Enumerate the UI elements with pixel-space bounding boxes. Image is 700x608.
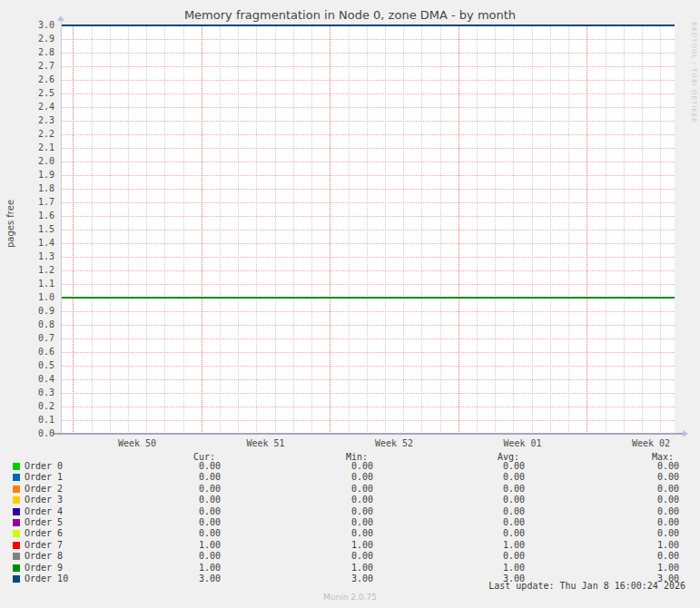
day-gridline (110, 25, 111, 434)
h-gridline (61, 338, 675, 339)
day-gridline (440, 25, 441, 434)
y-tick-label: 2.6 (18, 74, 54, 85)
week-gridline (73, 25, 74, 434)
y-tick-label: 0.7 (18, 333, 54, 344)
legend-swatch-icon (13, 530, 20, 537)
plot-area (61, 25, 675, 434)
y-tick-label: 0.0 (18, 428, 54, 439)
y-tick-label: 0.4 (18, 374, 54, 385)
y-tick-label: 2.5 (18, 88, 54, 99)
day-gridline (532, 25, 533, 434)
h-gridline (61, 148, 675, 149)
legend-row-order-5: Order 50.000.000.000.00 (0, 517, 700, 528)
legend-value: 0.00 (121, 517, 221, 528)
h-gridline (61, 270, 675, 271)
legend-value: 1.00 (579, 563, 679, 574)
legend-value: 0.00 (425, 484, 525, 495)
legend-value: 0.00 (425, 472, 525, 483)
legend-row-order-2: Order 20.000.000.000.00 (0, 484, 700, 495)
legend-value: 0.00 (425, 551, 525, 562)
legend-value: 0.00 (579, 551, 679, 562)
munin-graph: Memory fragmentation in Node 0, zone DMA… (0, 0, 700, 608)
legend-series-name: Order 0 (25, 461, 63, 472)
y-tick-label: 0.3 (18, 387, 54, 398)
legend-swatch-icon (13, 496, 20, 504)
day-gridline (238, 25, 239, 434)
day-gridline (164, 25, 165, 434)
legend-swatch-icon (13, 508, 20, 515)
legend-value: 0.00 (121, 461, 221, 472)
legend-value: 0.00 (121, 472, 221, 483)
day-gridline (403, 25, 404, 434)
legend-value: 1.00 (425, 563, 525, 574)
legend-row-order-9: Order 91.001.001.001.00 (0, 563, 700, 574)
day-gridline (513, 25, 514, 434)
y-tick-label: 0.8 (18, 319, 54, 330)
legend-swatch-icon (13, 463, 20, 470)
legend-value: 1.00 (579, 540, 679, 551)
day-gridline (293, 25, 294, 434)
legend-value: 0.00 (121, 506, 221, 517)
x-axis-line (53, 433, 683, 435)
day-gridline (275, 25, 276, 434)
legend-value: 1.00 (121, 540, 221, 551)
legend-swatch-icon (13, 553, 20, 560)
h-gridline (61, 162, 675, 162)
h-gridline (61, 257, 675, 258)
day-gridline (624, 25, 625, 434)
legend-value: 0.00 (121, 551, 221, 562)
legend-value: 0.00 (273, 461, 373, 472)
y-axis-arrow-icon (57, 15, 64, 21)
legend-value: 1.00 (273, 540, 373, 551)
legend-value: 0.00 (273, 551, 373, 562)
y-tick-label: 2.4 (18, 102, 54, 113)
week-gridline (458, 25, 459, 434)
h-gridline (61, 53, 675, 54)
week-gridline (330, 25, 330, 434)
day-gridline (606, 25, 606, 434)
legend-swatch-icon (13, 542, 20, 549)
y-tick-label: 1.3 (18, 251, 54, 262)
h-gridline (61, 80, 675, 81)
h-gridline (61, 352, 675, 353)
h-gridline (61, 189, 675, 190)
legend-value: 0.00 (579, 528, 679, 539)
day-gridline (367, 25, 368, 434)
h-gridline (61, 216, 675, 217)
day-gridline (146, 25, 147, 434)
y-tick-label: 2.0 (18, 156, 54, 167)
y-tick-label: 1.0 (18, 292, 54, 303)
y-tick-label: 2.2 (18, 129, 54, 140)
last-update-text: Last update: Thu Jan 8 16:00:24 2026 (0, 581, 685, 592)
legend-series-name: Order 3 (25, 495, 63, 505)
h-gridline (61, 66, 675, 67)
y-tick-label: 0.1 (18, 415, 54, 426)
day-gridline (660, 25, 661, 434)
legend-value: 0.00 (579, 472, 679, 483)
h-gridline (61, 325, 675, 326)
legend-row-order-3: Order 30.000.000.000.00 (0, 495, 700, 505)
h-gridline (61, 230, 675, 230)
legend-value: 0.00 (579, 484, 679, 495)
legend-value: 0.00 (121, 484, 221, 495)
legend-value: 0.00 (273, 528, 373, 539)
x-tick-label: Week 50 (101, 438, 173, 449)
h-gridline (61, 420, 675, 421)
h-gridline (61, 311, 675, 312)
day-gridline (220, 25, 221, 434)
legend-value: 0.00 (425, 517, 525, 528)
day-gridline (421, 25, 422, 434)
y-tick-label: 1.8 (18, 183, 54, 194)
legend-value: 0.00 (579, 461, 679, 472)
h-gridline (61, 407, 675, 407)
y-tick-label: 1.7 (18, 197, 54, 208)
legend-series-name: Order 9 (25, 563, 63, 574)
day-gridline (183, 25, 184, 434)
y-tick-label: 1.5 (18, 224, 54, 235)
legend-value: 0.00 (425, 461, 525, 472)
munin-version-text: Munin 2.0.75 (0, 593, 700, 602)
legend-series-name: Order 4 (25, 506, 63, 517)
day-gridline (256, 25, 257, 434)
h-gridline (61, 39, 675, 40)
legend-value: 0.00 (579, 506, 679, 517)
